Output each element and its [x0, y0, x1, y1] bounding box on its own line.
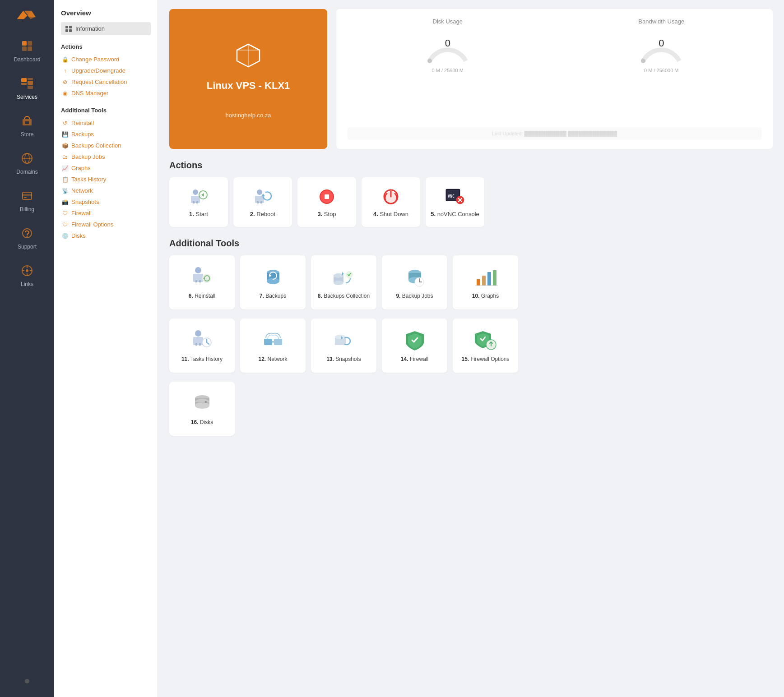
request-cancellation-label: Request Cancellation: [71, 78, 127, 85]
backups-link[interactable]: 💾 Backups: [61, 129, 151, 140]
upgrade-downgrade-link[interactable]: ↑ Upgrade/Downgrade: [61, 65, 151, 76]
bandwidth-gauge: 0: [636, 29, 686, 65]
disks-link[interactable]: 💿 Disks: [61, 230, 151, 241]
sidebar-dot: [25, 679, 29, 683]
billing-label: Billing: [20, 206, 34, 212]
sidebar-item-services[interactable]: Services: [0, 69, 54, 106]
svg-rect-46: [195, 280, 197, 282]
backups-card-icon: [260, 266, 285, 288]
tools-grid-row2: 11. Tasks History 12. Network: [169, 318, 773, 373]
request-cancellation-link[interactable]: ⊘ Request Cancellation: [61, 76, 151, 88]
backups-collection-card-icon: [331, 266, 356, 288]
network-card[interactable]: 12. Network: [240, 318, 306, 373]
svg-rect-68: [193, 337, 203, 345]
novnc-card[interactable]: VNC 5. noVNC Console: [426, 177, 484, 227]
backup-jobs-label: Backup Jobs: [71, 153, 105, 160]
additional-tools-title: Additional Tools: [61, 107, 151, 114]
graphs-card-icon: [473, 266, 498, 288]
svg-rect-73: [264, 339, 272, 345]
backups-collection-link[interactable]: 📦 Backups Collection: [61, 140, 151, 151]
dashboard-label: Dashboard: [14, 56, 41, 63]
information-button[interactable]: Information: [61, 22, 151, 35]
stop-card[interactable]: 3. Stop: [297, 177, 356, 227]
firewall-options-link[interactable]: 🛡 Firewall Options: [61, 219, 151, 230]
sidebar-item-billing[interactable]: Billing: [0, 181, 54, 219]
stop-icon: [315, 187, 338, 207]
firewall-link[interactable]: 🛡 Firewall: [61, 208, 151, 219]
snapshots-link[interactable]: 📸 Snapshots: [61, 196, 151, 208]
tasks-history-link[interactable]: 📋 Tasks History: [61, 174, 151, 185]
svg-rect-47: [199, 280, 201, 282]
main-content: Linux VPS - KLX1 hostinghelp.co.za Disk …: [158, 0, 784, 697]
svg-rect-8: [28, 86, 33, 89]
backup-jobs-card[interactable]: 9. Backup Jobs: [382, 255, 447, 309]
svg-rect-28: [257, 201, 259, 203]
shutdown-label: 4. Shut Down: [373, 211, 408, 217]
services-icon: [19, 75, 35, 92]
graph-icon: 📈: [62, 165, 68, 171]
firewall-opt-icon: 🛡: [62, 222, 68, 228]
shutdown-icon: [380, 187, 402, 207]
tasks-history-card[interactable]: 11. Tasks History: [169, 318, 235, 373]
vps-name: Linux VPS - KLX1: [207, 80, 290, 92]
start-card[interactable]: 1. Start: [169, 177, 228, 227]
vnc-icon: VNC: [444, 187, 466, 207]
reboot-icon: [251, 187, 274, 207]
firewall-icon: 🛡: [62, 210, 68, 217]
dns-icon: ◉: [62, 90, 68, 97]
vps-card: Linux VPS - KLX1 hostinghelp.co.za: [169, 9, 327, 149]
backups-collection-card[interactable]: 8. Backups Collection: [311, 255, 376, 309]
grid-icon: [65, 26, 72, 32]
backups-card[interactable]: 7. Backups: [240, 255, 306, 309]
vps-domain: hostinghelp.co.za: [225, 112, 271, 119]
shutdown-card[interactable]: 4. Shut Down: [362, 177, 420, 227]
firewall-card-label: 14. Firewall: [401, 356, 428, 362]
backup-icon: 💾: [62, 131, 68, 138]
network-link[interactable]: 📡 Network: [61, 185, 151, 196]
reinstall-link[interactable]: ↺ Reinstall: [61, 117, 151, 129]
svg-rect-5: [21, 83, 27, 85]
svg-point-84: [205, 401, 207, 403]
sidebar-item-store[interactable]: Store: [0, 106, 54, 144]
store-icon: [19, 113, 35, 129]
svg-rect-24: [196, 201, 198, 203]
reinstall-icon: ↺: [62, 120, 68, 126]
arrow-icon: ↑: [62, 68, 68, 74]
support-label: Support: [18, 244, 37, 250]
sidebar-item-dashboard[interactable]: Dashboard: [0, 32, 54, 69]
dns-manager-link[interactable]: ◉ DNS Manager: [61, 88, 151, 99]
snapshots-label: Snapshots: [71, 198, 99, 205]
snapshots-card-icon: [331, 329, 356, 351]
firewall-options-card[interactable]: 15. Firewall Options: [453, 318, 518, 373]
backups-label: Backups: [71, 131, 94, 138]
sidebar-item-links[interactable]: Links: [0, 256, 54, 294]
svg-rect-21: [191, 196, 200, 203]
sidebar-item-support[interactable]: Support: [0, 219, 54, 256]
actions-grid: 1. Start 2. Reboot: [169, 177, 773, 227]
firewall-card[interactable]: 14. Firewall: [382, 318, 447, 373]
start-icon: [187, 187, 210, 207]
reboot-label: 2. Reboot: [250, 211, 275, 217]
bandwidth-usage-label: Bandwidth Usage: [638, 18, 684, 25]
domains-label: Domains: [16, 169, 37, 175]
disk-sub: 0 M / 25600 M: [432, 68, 464, 73]
graphs-link[interactable]: 📈 Graphs: [61, 162, 151, 174]
change-password-link[interactable]: 🔒 Change Password: [61, 54, 151, 65]
cancel-icon: ⊘: [62, 79, 68, 85]
graphs-card[interactable]: 10. Graphs: [453, 255, 518, 309]
reboot-card[interactable]: 2. Reboot: [233, 177, 292, 227]
snapshots-card[interactable]: 13. Snapshots: [311, 318, 376, 373]
top-section: Linux VPS - KLX1 hostinghelp.co.za Disk …: [169, 9, 773, 149]
network-label: Network: [71, 187, 93, 194]
svg-rect-3: [28, 46, 32, 51]
bandwidth-sub: 0 M / 256000 M: [644, 68, 678, 73]
logo[interactable]: [14, 5, 41, 25]
reinstall-card[interactable]: 6. Reinstall: [169, 255, 235, 309]
backup-jobs-link[interactable]: 🗂 Backup Jobs: [61, 151, 151, 162]
disks-card[interactable]: 16. Disks: [169, 382, 235, 436]
sidebar-item-domains[interactable]: Domains: [0, 144, 54, 181]
information-label: Information: [75, 25, 105, 32]
svg-rect-0: [22, 41, 27, 46]
disk-gauge: 0: [423, 29, 473, 65]
svg-rect-2: [22, 46, 27, 51]
